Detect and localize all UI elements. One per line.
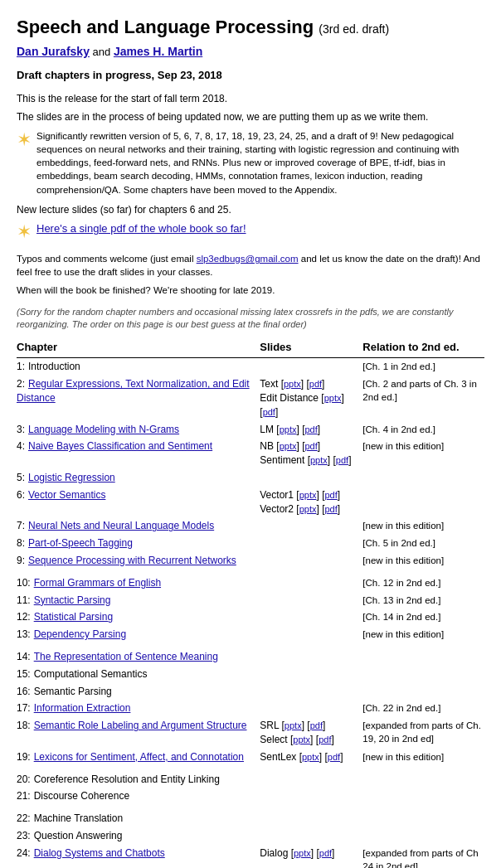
slides-link-pptx[interactable]: pptx (302, 752, 319, 762)
slides-label: SRL (260, 720, 281, 731)
chapter-link[interactable]: Syntactic Parsing (34, 594, 111, 606)
bracket-close: ] (318, 424, 320, 435)
relation-cell (362, 788, 484, 805)
relation-cell (362, 666, 484, 683)
bracket-close: ] (331, 734, 333, 745)
chapter-cell: 7:Neural Nets and Neural Language Models (17, 517, 260, 535)
col-header-relation: Relation to 2nd ed. (362, 337, 484, 358)
chapter-cell: 5:Logistic Regression (17, 469, 260, 487)
chapter-link[interactable]: Vector Semantics (28, 489, 105, 501)
slides-cell (260, 700, 362, 717)
table-row: 3:Language Modeling with N-GramsLM [pptx… (17, 421, 484, 439)
slides-link-pptx[interactable]: pptx (324, 393, 342, 403)
bracket-close: ] (338, 503, 340, 515)
chapter-link[interactable]: Regular Expressions, Text Normalization,… (17, 378, 250, 404)
chapter-num: 23: (17, 830, 31, 841)
slides-link-pptx[interactable]: pptx (310, 455, 328, 465)
slides-cell (260, 810, 362, 827)
star-icon-1: ✶ (17, 128, 32, 153)
chapter-link[interactable]: Part-of-Speech Tagging (28, 537, 133, 549)
chapter-link[interactable]: The Representation of Sentence Meaning (34, 651, 218, 662)
chapter-link[interactable]: Lexicons for Sentiment, Affect, and Conn… (34, 751, 244, 763)
slides-link-pdf[interactable]: pdf (319, 848, 332, 858)
slides-link-pdf[interactable]: pdf (319, 735, 331, 744)
slides-link-pptx[interactable]: pptx (284, 379, 301, 389)
slides-link-pdf[interactable]: pdf (263, 407, 275, 417)
slides-link-pptx[interactable]: pptx (285, 720, 302, 730)
new-lecture: New lecture slides (so far) for chapters… (17, 203, 484, 217)
chapter-num: 14: (17, 651, 31, 662)
slides-link-pdf[interactable]: pdf (309, 379, 322, 389)
relation-cell: [new in this edition] (362, 517, 484, 535)
slides-label: Select (260, 734, 290, 745)
email-link[interactable]: slp3edbugs@gmail.com (197, 254, 299, 264)
table-row: 8:Part-of-Speech Tagging[Ch. 5 in 2nd ed… (17, 535, 484, 552)
slides-label: Vector2 (260, 503, 296, 515)
relation-cell: [Ch. 12 in 2nd ed.] (362, 575, 484, 592)
chapter-cell: 3:Language Modeling with N-Grams (17, 421, 260, 439)
slides-label: LM (260, 424, 276, 435)
title-edition: (3rd ed. draft) (319, 22, 389, 36)
bracket-close: ] (323, 720, 325, 731)
author-martin[interactable]: James H. Martin (114, 45, 202, 58)
table-row: 17:Information Extraction[Ch. 22 in 2nd … (17, 700, 484, 717)
slides-link-pdf[interactable]: pdf (324, 490, 337, 500)
chapter-num: 5: (17, 472, 25, 483)
slides-label: Sentiment (260, 454, 307, 466)
relation-cell: [Ch. 13 in 2nd ed.] (362, 592, 484, 609)
chapter-cell: 11:Syntactic Parsing (17, 592, 260, 609)
slides-cell: LM [pptx] [pdf] (260, 421, 362, 439)
intro2: The slides are in the process of being u… (17, 110, 484, 124)
chapter-link[interactable]: Dialog Systems and Chatbots (34, 847, 165, 859)
relation-cell: [expanded from parts of Ch 24 in 2nd ed] (362, 845, 484, 868)
chapter-link[interactable]: Dependency Parsing (34, 628, 126, 640)
relation-cell: [new in this edition] (362, 438, 484, 469)
bracket-close: ] (348, 454, 351, 466)
slides-link-pptx[interactable]: pptx (294, 848, 311, 858)
slides-cell (260, 552, 362, 570)
chapter-title: Discourse Coherence (34, 790, 129, 802)
chapter-link[interactable]: Sequence Processing with Recurrent Netwo… (28, 555, 236, 566)
slides-cell (260, 648, 362, 666)
star-icon-2: ✶ (17, 220, 32, 245)
chapter-link[interactable]: Neural Nets and Neural Language Models (28, 520, 214, 531)
typos-line: Typos and comments welcome (just email s… (17, 252, 484, 279)
single-pdf-link[interactable]: Here's a single pdf of the whole book so… (36, 221, 246, 236)
slides-link-pdf[interactable]: pdf (336, 455, 348, 465)
slides-link-pdf[interactable]: pdf (310, 720, 323, 730)
chapter-num: 10: (17, 577, 31, 589)
chapter-link[interactable]: Formal Grammars of English (34, 577, 161, 589)
table-row: 10:Formal Grammars of English[Ch. 12 in … (17, 575, 484, 592)
slides-label: Text (260, 378, 280, 390)
chapter-link[interactable]: Language Modeling with N-Grams (28, 424, 179, 435)
slides-link-pptx[interactable]: pptx (299, 490, 317, 500)
slides-link-pdf[interactable]: pdf (324, 504, 337, 514)
slides-cell: Dialog [pptx] [pdf] (260, 845, 362, 868)
intro1: This is the release for the start of fal… (17, 92, 484, 106)
slides-cell (260, 575, 362, 592)
bracket-close: ] (332, 847, 334, 859)
chapter-link[interactable]: Semantic Role Labeling and Argument Stru… (34, 720, 247, 731)
chapter-num: 19: (17, 751, 31, 763)
relation-cell (362, 487, 484, 518)
chapter-link[interactable]: Naive Bayes Classification and Sentiment (28, 440, 212, 452)
relation-cell: [Ch. 5 in 2nd ed.] (362, 535, 484, 552)
chapter-cell: 8:Part-of-Speech Tagging (17, 535, 260, 552)
slides-link-pptx[interactable]: pptx (280, 424, 297, 434)
col-header-slides: Slides (260, 337, 362, 358)
chapter-title: Computational Semantics (34, 668, 148, 680)
table-row: 2:Regular Expressions, Text Normalizatio… (17, 376, 484, 420)
slides-link-pptx[interactable]: pptx (299, 504, 317, 514)
table-row: 1:Introduction[Ch. 1 in 2nd ed.] (17, 358, 484, 376)
chapter-link[interactable]: Information Extraction (34, 702, 131, 714)
chapter-link[interactable]: Logistic Regression (28, 472, 115, 483)
slides-link-pdf[interactable]: pdf (304, 441, 317, 451)
chapter-link[interactable]: Statistical Parsing (34, 611, 113, 623)
bracket-close: ] (318, 440, 320, 452)
slides-link-pdf[interactable]: pdf (328, 752, 340, 762)
slides-link-pptx[interactable]: pptx (293, 735, 310, 744)
slides-link-pdf[interactable]: pdf (304, 424, 317, 434)
table-row: 15:Computational Semantics (17, 666, 484, 683)
author-jurafsky[interactable]: Dan Jurafsky (17, 45, 90, 58)
slides-link-pptx[interactable]: pptx (280, 441, 297, 451)
